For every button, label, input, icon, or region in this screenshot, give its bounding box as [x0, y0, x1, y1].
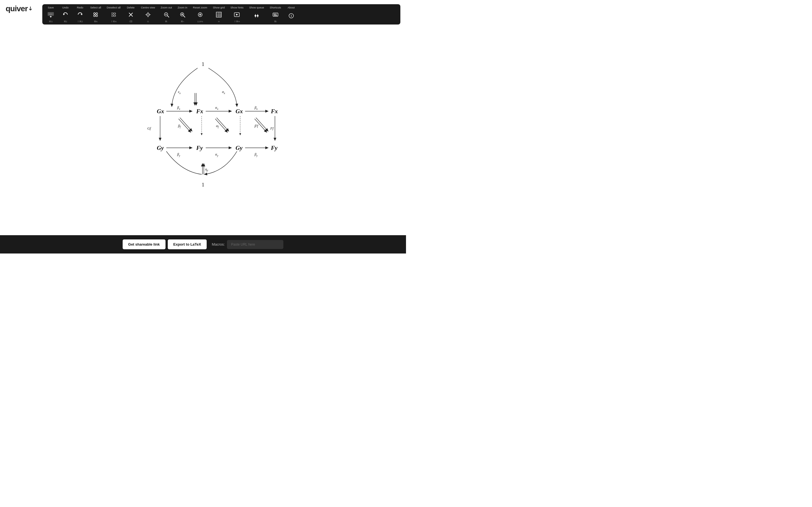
svg-line-68 [180, 118, 192, 131]
show-hints-icon [234, 11, 240, 18]
show-queue-button[interactable]: Show queue [246, 4, 267, 24]
show-grid-button[interactable]: Show grid H [210, 4, 227, 24]
svg-rect-48 [274, 15, 277, 16]
svg-marker-38 [236, 14, 238, 15]
svg-text:βx: βx [177, 106, 181, 110]
svg-point-12 [112, 15, 113, 17]
svg-text:Fx: Fx [196, 108, 203, 115]
zoom-out-icon [163, 11, 169, 18]
bottom-bar: Get shareable link Export to LaTeX Macro… [0, 235, 406, 253]
macros-input[interactable] [227, 240, 283, 249]
svg-text:Ff: Ff [270, 126, 274, 130]
show-grid-icon [216, 11, 222, 18]
svg-line-71 [216, 118, 229, 131]
show-hints-button[interactable]: Show hints ⇧⌘H [227, 4, 246, 24]
zoom-in-button[interactable]: Zoom in ⌘= [175, 4, 190, 24]
svg-line-24 [167, 16, 169, 17]
svg-point-13 [114, 15, 116, 17]
svg-text:Gf: Gf [147, 126, 151, 130]
svg-text:αy: αy [215, 152, 218, 157]
logo: quiver [6, 4, 33, 13]
redo-icon [77, 11, 83, 18]
svg-point-10 [112, 13, 113, 14]
svg-point-17 [147, 14, 148, 15]
commutative-diagram: .label { font-family: 'Times New Roman',… [118, 58, 288, 204]
svg-line-28 [184, 16, 185, 17]
export-latex-button[interactable]: Export to LaTeX [168, 239, 207, 249]
logo-icon [28, 6, 33, 13]
svg-point-8 [94, 15, 95, 17]
centre-view-button[interactable]: Centre view G [138, 4, 158, 24]
svg-point-9 [96, 15, 98, 17]
svg-point-11 [114, 13, 116, 14]
svg-text:β′f: β′f [254, 124, 259, 128]
svg-rect-47 [275, 14, 276, 15]
centre-view-icon [145, 11, 151, 18]
deselect-all-button[interactable]: Deselect all ⇧⌘A [104, 4, 123, 24]
show-queue-icon [253, 12, 260, 20]
svg-text:αf: αf [216, 124, 219, 129]
zoom-out-button[interactable]: Zoom out ⌘- [158, 4, 175, 24]
svg-text:αx: αx [215, 106, 218, 110]
svg-marker-5 [81, 13, 82, 15]
svg-text:Fy: Fy [271, 145, 278, 151]
svg-text:βy: βy [177, 152, 181, 157]
svg-text:βy: βy [254, 152, 258, 157]
select-all-button[interactable]: Select all ⌘A [87, 4, 104, 24]
svg-text:Gy: Gy [157, 145, 164, 151]
redo-button[interactable]: Redo ⇧⌘Z [73, 4, 87, 24]
svg-marker-4 [63, 13, 65, 15]
svg-text:Gx: Gx [236, 108, 243, 115]
save-button[interactable]: Save www. ⌘S [43, 4, 58, 24]
svg-rect-46 [274, 14, 275, 15]
toolbar: Save www. ⌘S Undo ⌘Z Redo [42, 4, 400, 24]
shareable-link-button[interactable]: Get shareable link [123, 239, 165, 249]
svg-text:ηy: ηy [205, 167, 208, 172]
svg-text:εx: εx [178, 90, 181, 95]
select-all-icon [93, 11, 99, 18]
svg-point-7 [96, 13, 98, 14]
svg-text:Gy: Gy [236, 145, 243, 151]
diagram-canvas[interactable]: .label { font-family: 'Times New Roman',… [0, 28, 406, 234]
about-icon: i [288, 12, 294, 20]
shortcuts-icon [272, 11, 278, 18]
logo-text: quiver [6, 4, 28, 13]
svg-point-6 [94, 13, 95, 14]
about-button[interactable]: About i [284, 4, 299, 24]
svg-text:1: 1 [202, 182, 204, 187]
svg-text:1: 1 [202, 61, 204, 67]
svg-text:www.: www. [49, 13, 52, 15]
svg-text:i: i [291, 14, 292, 17]
reset-zoom-icon [197, 11, 203, 18]
undo-icon [62, 11, 68, 18]
undo-button[interactable]: Undo ⌘Z [58, 4, 73, 24]
delete-icon [128, 11, 134, 18]
save-icon: www. [47, 11, 54, 18]
svg-text:Fy: Fy [196, 145, 203, 151]
shortcuts-button[interactable]: Shortcuts ⌘/ [267, 4, 284, 24]
svg-text:αx: αx [222, 90, 225, 95]
reset-zoom-button[interactable]: Reset zoom 119% [190, 4, 210, 24]
zoom-in-icon [179, 11, 186, 18]
deselect-all-icon [110, 11, 117, 18]
svg-rect-32 [216, 12, 221, 17]
delete-button[interactable]: Delete ⌫ [123, 4, 138, 24]
svg-text:Fx: Fx [271, 108, 278, 115]
svg-text:βf: βf [177, 124, 181, 129]
svg-text:βx: βx [254, 106, 258, 110]
svg-text:Gx: Gx [157, 108, 164, 115]
macros-label: Macros: [212, 242, 225, 246]
